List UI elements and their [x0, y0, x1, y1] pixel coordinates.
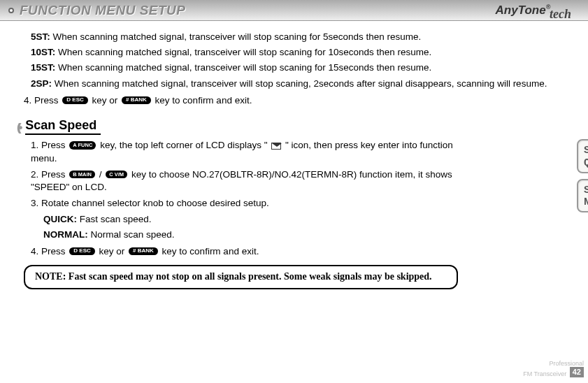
- step4-mid: key or: [99, 246, 125, 256]
- sub-option-normal: NORMAL: Normal scan speed.: [31, 229, 458, 241]
- option-label: 10ST:: [31, 47, 55, 57]
- header-title: FUNCTION MENU SETUP: [20, 1, 186, 20]
- lcd-line1: SPEED: [584, 145, 588, 157]
- section-body: 27 SPEED QUICK 27 SPEED NORMAL 1. Press …: [31, 139, 570, 289]
- sub-option-label: NORMAL:: [43, 229, 88, 240]
- step2-prefix: 2. Press: [31, 169, 66, 180]
- option-row: 15ST: When scanning matched signal, tran…: [31, 62, 570, 74]
- brand-sub: tech: [550, 7, 571, 21]
- sub-option-label: QUICK:: [43, 214, 77, 224]
- step-2: 2. Press B MAIN / C V/M key to choose NO…: [31, 168, 458, 194]
- step4-prefix: 4. Press: [31, 246, 66, 256]
- option-row: 2SP: When scanning matched signal, trans…: [31, 78, 570, 90]
- lcd-line2: QUICK: [584, 157, 588, 169]
- page-header: FUNCTION MENU SETUP AnyTone® tech: [0, 0, 588, 21]
- page-number: 42: [570, 367, 584, 377]
- step1-mid: key, the top left corner of LCD displays…: [100, 140, 267, 150]
- confirm-mid: key or: [92, 95, 118, 106]
- footer-line1: Professional: [549, 360, 584, 367]
- envelope-icon: [271, 143, 281, 150]
- brand-main: AnyTone: [496, 3, 546, 17]
- lcd-line2: NORMAL: [584, 196, 588, 208]
- option-list: 5ST: When scanning matched signal, trans…: [31, 31, 570, 90]
- step-4: 4. Press D ESC key or # BANK key to conf…: [31, 245, 458, 258]
- key-d-esc-icon: D ESC: [62, 96, 87, 104]
- option-text: When scanning matched signal, transceive…: [58, 47, 431, 57]
- key-hash-bank-icon: # BANK: [122, 96, 151, 104]
- sub-option-text: Normal scan speed.: [91, 229, 175, 240]
- option-text: When scanning matched signal, transceive…: [53, 31, 422, 42]
- key-hash-bank-icon: # BANK: [129, 247, 158, 255]
- lcd-screen: 27 SPEED QUICK: [577, 139, 588, 173]
- section-heading: ((• Scan Speed: [17, 117, 570, 135]
- option-text: When scanning matched signal, transceive…: [55, 78, 547, 89]
- option-text: When scanning matched signal, transceive…: [58, 62, 431, 73]
- key-d-esc-icon: D ESC: [69, 247, 94, 255]
- page-footer: Professional FM Transceiver 42: [523, 361, 584, 377]
- step4-suffix: key to confirm and exit.: [162, 246, 259, 256]
- option-row: 10ST: When scanning matched signal, tran…: [31, 46, 570, 59]
- section-title: Scan Speed: [25, 117, 101, 135]
- lcd-line1: SPEED: [584, 185, 588, 196]
- key-c-vm-icon: C V/M: [106, 171, 127, 179]
- footer-line2: FM Transceiver: [523, 370, 566, 377]
- option-label: 15ST:: [31, 62, 55, 73]
- key-a-func-icon: A FUNC: [69, 141, 96, 150]
- sub-option-text: Fast scan speed.: [80, 214, 152, 224]
- option-row: 5ST: When scanning matched signal, trans…: [31, 31, 570, 43]
- confirm-prefix: 4. Press: [24, 95, 59, 106]
- signal-icon: ((•: [17, 120, 20, 136]
- option-label: 5ST:: [31, 31, 50, 42]
- confirm-suffix: key to confirm and exit.: [155, 95, 252, 106]
- step1-prefix: 1. Press: [31, 140, 66, 150]
- brand-logo: AnyTone® tech: [496, 1, 575, 19]
- note-box: NOTE: Fast scan speed may not stop on al…: [24, 265, 458, 289]
- step-1: 1. Press A FUNC key, the top left corner…: [31, 139, 458, 164]
- confirm-step: 4. Press D ESC key or # BANK key to conf…: [24, 94, 570, 107]
- step-3: 3. Rotate channel selector knob to choos…: [31, 197, 458, 210]
- header-bullet-icon: [8, 8, 14, 13]
- sub-option-quick: QUICK: Fast scan speed.: [31, 213, 458, 226]
- lcd-screen: 27 SPEED NORMAL: [577, 179, 588, 213]
- lcd-previews: 27 SPEED QUICK 27 SPEED NORMAL: [577, 139, 588, 218]
- page-content: 5ST: When scanning matched signal, trans…: [0, 21, 588, 289]
- step2-slash: /: [99, 169, 102, 180]
- option-label: 2SP:: [31, 78, 52, 89]
- key-b-main-icon: B MAIN: [69, 171, 95, 179]
